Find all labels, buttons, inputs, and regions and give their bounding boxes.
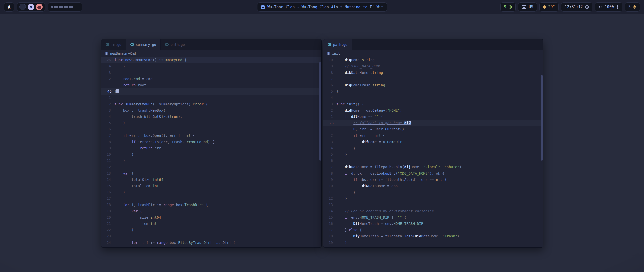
tab-rm.go[interactable]: rm.go (101, 39, 126, 50)
volume-value: 100% (605, 5, 614, 9)
line-number: 15 (323, 214, 336, 221)
code-line[interactable]: 14 totalSize int64 (101, 177, 321, 183)
line-number: 4 (101, 114, 114, 120)
line-number: 19 (101, 208, 114, 214)
notifications-widget[interactable]: 5 (625, 2, 640, 12)
counter-widget[interactable]: 9 (500, 2, 516, 12)
code-line[interactable]: 3func init() { (323, 101, 543, 107)
code-line[interactable]: 4 (323, 95, 543, 101)
code-line[interactable]: 1 (101, 95, 321, 101)
tab-path.go[interactable]: path.go (161, 39, 189, 50)
line-number: 21 (101, 221, 114, 227)
tab-bar: path.go (323, 39, 543, 50)
code-line[interactable]: 20} (323, 246, 543, 248)
code-line[interactable]: 16 ) (101, 189, 321, 195)
line-number: 3 (101, 70, 114, 76)
code-line[interactable]: 6 (323, 158, 543, 164)
code-line[interactable]: 2 didHome = os.Getenv("HOME") (323, 107, 543, 114)
code-line[interactable]: 15 totalItem int (101, 183, 321, 189)
line-number: 7 (323, 164, 336, 170)
line-number: 3 (323, 139, 336, 145)
code-line[interactable]: 10 } (101, 151, 321, 158)
code-line[interactable]: 9 // $XDG_DATA_HOME (323, 63, 543, 70)
code-line[interactable]: 12 } (323, 195, 543, 202)
code-line[interactable]: 7 if err := box.Open(); err != nil { (101, 132, 321, 139)
code-line[interactable]: 3 box := trash.NewBox( (101, 107, 321, 114)
code-line[interactable]: 6 DigHomeTrash string (323, 82, 543, 88)
code-line[interactable]: 13 (323, 202, 543, 208)
line-number: 26 (101, 57, 114, 63)
code-line[interactable]: 18 for i, trashDir := range box.TrashDir… (101, 202, 321, 208)
code-line[interactable]: 3 (101, 70, 321, 76)
clock-widget[interactable]: 12:31:12 (561, 2, 592, 12)
keyboard-layout-widget[interactable]: US (518, 2, 537, 12)
tab-path.go[interactable]: path.go (323, 39, 352, 50)
code-line[interactable]: 2func summaryCmdRun(_ summaryOptions) er… (101, 101, 321, 107)
code-line[interactable]: 2 root.cmd = cmd (101, 76, 321, 82)
code-line[interactable]: 10 diwDataHome = abs (323, 183, 543, 189)
code-line[interactable]: 19 var ( (101, 208, 321, 214)
code-line[interactable]: 20 size int64 (101, 214, 321, 221)
code-line[interactable]: 23 (101, 233, 321, 240)
code-line[interactable]: 8 if d, ok := os.LookupEnv("XDG_DATA_HOM… (323, 170, 543, 177)
code-line[interactable]: 16 DitHomeTrash = env.HOME_TRASH_DIR (323, 221, 543, 227)
code-line[interactable]: 9 return err (101, 145, 321, 151)
code-line[interactable]: 6 (101, 126, 321, 132)
line-number: 7 (101, 132, 114, 139)
code-line[interactable]: 15 if env.HOME_TRASH_DIR != "" { (323, 214, 543, 221)
code-line[interactable]: 23 // fallback to get home dia (323, 120, 543, 126)
code-line[interactable]: 5) (323, 88, 543, 95)
code-line[interactable]: 25 item++ (101, 246, 321, 248)
code-line[interactable]: 19 } (323, 240, 543, 246)
launcher-button[interactable]: A (4, 2, 14, 12)
code-line[interactable]: 17 } else { (323, 227, 543, 233)
code-line[interactable]: 2 if err == nil { (323, 132, 543, 139)
code-line[interactable]: 22 ) (101, 227, 321, 233)
code-line[interactable]: 21 item int (101, 221, 321, 227)
code-line[interactable]: 4 trash.WithGetSize(true), (101, 114, 321, 120)
code-line[interactable]: 24 for _, f := range box.FilesByTrashDir… (101, 240, 321, 246)
code-line[interactable]: 5 } (323, 151, 543, 158)
code-line[interactable]: 8 dikDataHome string (323, 70, 543, 76)
code-line[interactable]: 11 } (323, 189, 543, 195)
code-line[interactable]: 8 if !errors.Is(err, trash.ErrNotFound) … (101, 139, 321, 145)
line-number: 8 (323, 70, 336, 76)
line-number: 12 (323, 195, 336, 202)
code-line[interactable]: 14 // Can be changed by environment vari… (323, 208, 543, 214)
code-line[interactable]: 9 if abs, err := filepath.Abs(d); err ==… (323, 177, 543, 183)
workspace-3-icon[interactable] (36, 4, 43, 10)
code-line[interactable]: 3 difHome = u.HomeDir (323, 139, 543, 145)
code-line[interactable]: 13 var ( (101, 170, 321, 177)
code-line[interactable]: 17 (101, 195, 321, 202)
code-line[interactable]: 1 if dilHome == "" { (323, 114, 543, 120)
line-number: 17 (101, 195, 114, 202)
volume-widget[interactable]: 100% (595, 2, 622, 12)
code-line[interactable]: 7 (323, 76, 543, 82)
tab-summary.go[interactable]: summary.go (126, 39, 161, 50)
tab-bar: rm.gosummary.gopath.go (101, 39, 321, 50)
workspace-2-icon[interactable]: N (28, 4, 34, 10)
media-widget[interactable]: Wu-Tang Clan - Wu-Tang Clan Ain't Nuthin… (257, 2, 387, 12)
code-area[interactable]: 10 diqHome string9 // $XDG_DATA_HOME8 di… (323, 57, 543, 248)
scrollbar[interactable] (319, 62, 321, 161)
code-line[interactable]: 7 dihDataHome = filepath.Join(dijHome, "… (323, 164, 543, 170)
scrollbar[interactable] (541, 75, 543, 161)
code-line[interactable]: 12 (101, 164, 321, 170)
code-line[interactable]: 4 } (323, 145, 543, 151)
code-line[interactable]: 1 return root (101, 82, 321, 88)
code-line[interactable]: 10 diqHome string (323, 57, 543, 63)
context-line[interactable]: 26func newSummaryCmd() *summaryCmd { (101, 57, 321, 63)
code-area[interactable]: 26func newSummaryCmd() *summaryCmd {4 }3… (101, 57, 321, 248)
line-number: 12 (101, 164, 114, 170)
workspace-1-icon[interactable] (19, 4, 26, 10)
code-line[interactable]: 18 DiyHomeTrash = filepath.Join(dioDataH… (323, 233, 543, 240)
speaker-icon (598, 5, 602, 9)
code-line[interactable]: 1 u, err := user.Current() (323, 126, 543, 132)
code-line[interactable]: 5 ) (101, 120, 321, 126)
code-line[interactable]: 4 } (101, 63, 321, 70)
code-line[interactable]: 11 } (101, 158, 321, 164)
code-line[interactable]: 46} (101, 88, 321, 95)
line-number: 11 (323, 189, 336, 195)
weather-widget[interactable]: 29° (539, 2, 559, 12)
temperature-value: 29° (548, 5, 555, 9)
